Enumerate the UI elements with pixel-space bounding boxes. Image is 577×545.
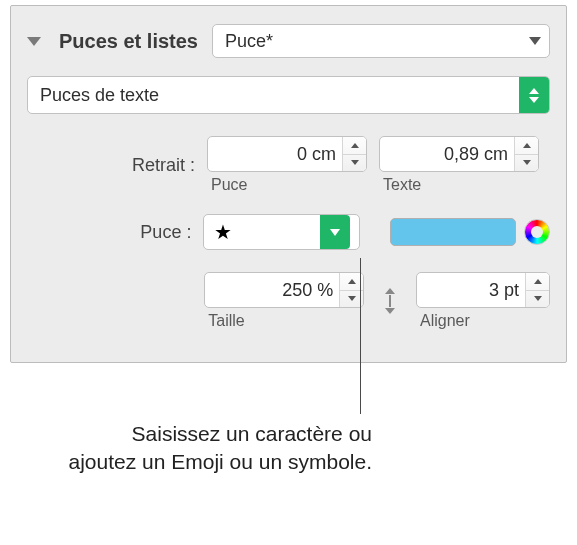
bullet-type-row: Puces de texte: [27, 76, 550, 114]
size-caption: Taille: [204, 312, 364, 330]
align-caption: Aligner: [416, 312, 550, 330]
indent-text-caption: Texte: [379, 176, 539, 194]
section-title: Puces et listes: [59, 30, 198, 53]
bullets-lists-panel: Puces et listes Puce* Puces de texte Ret…: [10, 5, 567, 363]
align-value: 3 pt: [417, 280, 525, 301]
bullet-type-select[interactable]: Puces de texte: [27, 76, 550, 114]
bullet-symbol-row: Puce : ★: [27, 214, 550, 250]
indent-text-value: 0,89 cm: [380, 144, 514, 165]
popup-down-icon: [320, 215, 350, 249]
chevron-down-icon: [529, 37, 541, 45]
popup-arrows-icon: [519, 77, 549, 113]
vertical-align-icon: [382, 286, 398, 316]
callout-text: Saisissez un caractère ou ajoutez un Emo…: [62, 420, 372, 477]
list-style-select[interactable]: Puce*: [212, 24, 550, 58]
bullet-symbol-value: ★: [204, 220, 320, 244]
bullet-type-value: Puces de texte: [28, 85, 171, 106]
stepper-arrows-icon: [525, 273, 549, 307]
indent-row: Retrait : 0 cm Puce 0,89 cm Texte: [27, 136, 550, 194]
size-align-row: 250 % Taille 3 pt Aligner: [27, 272, 550, 330]
indent-label: Retrait :: [27, 155, 195, 176]
list-style-value: Puce*: [225, 31, 273, 52]
indent-puce-caption: Puce: [207, 176, 367, 194]
stepper-arrows-icon: [342, 137, 366, 171]
align-stepper[interactable]: 3 pt: [416, 272, 550, 308]
color-wheel-icon[interactable]: [524, 219, 550, 245]
indent-text-stepper[interactable]: 0,89 cm: [379, 136, 539, 172]
bullet-label: Puce :: [27, 222, 191, 243]
stepper-arrows-icon: [514, 137, 538, 171]
bullet-symbol-select[interactable]: ★: [203, 214, 360, 250]
indent-puce-value: 0 cm: [208, 144, 342, 165]
disclosure-triangle-icon[interactable]: [27, 37, 41, 46]
callout-line: [360, 258, 361, 414]
size-stepper[interactable]: 250 %: [204, 272, 364, 308]
color-swatch[interactable]: [390, 218, 516, 246]
indent-puce-stepper[interactable]: 0 cm: [207, 136, 367, 172]
size-value: 250 %: [205, 280, 339, 301]
bullet-color-controls: [390, 214, 550, 250]
panel-header: Puces et listes Puce*: [27, 24, 550, 58]
